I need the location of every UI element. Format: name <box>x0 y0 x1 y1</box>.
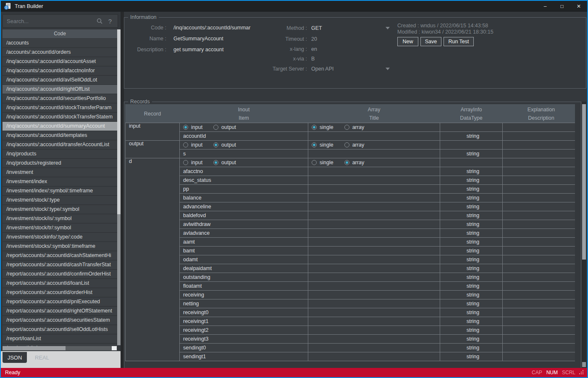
description-cell[interactable] <box>503 291 575 299</box>
list-item[interactable]: /investment/stocks/:symbol/:timeframe <box>3 242 117 251</box>
item-name-cell[interactable]: bamt <box>180 247 308 255</box>
radio-array-single[interactable] <box>312 142 317 147</box>
item-name-cell[interactable]: afacctno <box>180 167 308 176</box>
list-item[interactable]: /inq/accounts/:accountId/summaryAccount <box>3 122 117 131</box>
list-item[interactable]: /inq/accounts/:accountId/stockTransferPa… <box>3 103 117 113</box>
datatype-cell[interactable]: string <box>440 308 503 317</box>
item-name-cell[interactable]: odamt <box>180 255 308 264</box>
scrollbar-thumb[interactable] <box>117 29 121 214</box>
title-cell[interactable] <box>308 255 440 264</box>
maximize-button[interactable]: □ <box>554 1 570 12</box>
resize-grip-icon[interactable] <box>580 370 584 375</box>
list-item[interactable]: /inq/accounts/:accountId/afacctnoInfor <box>3 66 117 76</box>
explanation-cell[interactable] <box>503 141 575 150</box>
datatype-cell[interactable]: string <box>440 247 503 255</box>
save-button[interactable]: Save <box>420 37 441 46</box>
description-cell[interactable] <box>503 185 575 194</box>
datatype-cell[interactable]: string <box>440 299 503 308</box>
title-cell[interactable] <box>308 282 440 291</box>
datatype-cell[interactable]: string <box>440 176 503 185</box>
code-value[interactable]: /inq/accounts/:accountId/summar <box>173 25 250 31</box>
title-cell[interactable] <box>308 185 440 194</box>
list-item[interactable]: /inq/accounts/:accountId/securitiesPortf… <box>3 94 117 103</box>
title-cell[interactable] <box>308 273 440 282</box>
item-name-cell[interactable]: dealpaidamt <box>180 264 308 273</box>
description-cell[interactable] <box>503 229 575 238</box>
list-item[interactable]: /investment <box>3 168 117 177</box>
list-item[interactable]: /investment/stock/is/:symbol <box>3 214 117 223</box>
item-name-cell[interactable]: outstanding <box>180 273 308 282</box>
title-cell[interactable] <box>308 211 440 220</box>
datatype-cell[interactable]: string <box>440 335 503 344</box>
title-cell[interactable] <box>308 238 440 247</box>
description-cell[interactable] <box>503 317 575 326</box>
radio-array-single[interactable] <box>312 160 317 165</box>
item-name-cell[interactable]: sendingt1 <box>180 352 308 361</box>
description-cell[interactable] <box>503 132 575 141</box>
list-item[interactable]: /inq/accounts/:accountId/avlSellOddLot <box>3 76 117 85</box>
method-dropdown-icon[interactable] <box>386 27 390 29</box>
search-icon[interactable] <box>97 18 102 24</box>
close-button[interactable]: ✕ <box>570 1 587 12</box>
item-name-cell[interactable]: floatamt <box>180 282 308 291</box>
list-item[interactable]: /report/loanList <box>3 334 117 344</box>
description-cell[interactable] <box>503 299 575 308</box>
radio-array-array[interactable] <box>344 142 349 147</box>
radio-inout-input[interactable] <box>183 125 188 130</box>
radio-inout-output[interactable] <box>213 142 218 147</box>
description-cell[interactable] <box>503 335 575 344</box>
method-value[interactable]: GET <box>311 25 322 31</box>
title-cell[interactable] <box>308 299 440 308</box>
item-name-cell[interactable]: sendingt0 <box>180 344 308 352</box>
datatype-cell[interactable]: string <box>440 211 503 220</box>
list-item[interactable]: /investment/stock/tr/:symbol <box>3 223 117 233</box>
arrayinfo-cell[interactable] <box>440 123 503 132</box>
description-cell[interactable] <box>503 220 575 229</box>
datatype-cell[interactable]: string <box>440 352 503 361</box>
item-name-cell[interactable]: avladvance <box>180 229 308 238</box>
list-item[interactable]: /inq/accounts/:accountId/transferAccount… <box>3 140 117 150</box>
datatype-cell[interactable]: string <box>440 194 503 202</box>
item-name-cell[interactable]: balance <box>180 194 308 202</box>
name-value[interactable]: GetSummaryAccount <box>173 36 223 42</box>
title-cell[interactable] <box>308 132 440 141</box>
timeout-value[interactable]: 20 <box>311 36 317 42</box>
explanation-cell[interactable] <box>503 158 575 167</box>
scrollbar-thumb[interactable] <box>582 104 586 260</box>
datatype-cell[interactable]: string <box>440 317 503 326</box>
sidebar-vertical-scrollbar[interactable] <box>117 29 121 345</box>
item-name-cell[interactable]: netting <box>180 299 308 308</box>
target-server-value[interactable]: Open API <box>311 66 334 72</box>
description-cell[interactable] <box>503 282 575 291</box>
title-cell[interactable] <box>308 308 440 317</box>
title-cell[interactable] <box>308 176 440 185</box>
tab-real[interactable]: REAL <box>29 352 55 363</box>
list-item[interactable]: /report/accounts/:accountId/orderHist <box>3 288 117 297</box>
title-cell[interactable] <box>308 220 440 229</box>
item-name-cell[interactable]: accountId <box>180 132 308 141</box>
radio-array-single[interactable] <box>312 125 317 130</box>
radio-inout-input[interactable] <box>183 160 188 165</box>
list-item[interactable]: /report/accounts/:accountId/pnlExecuted <box>3 297 117 307</box>
list-item[interactable]: /investment/index <box>3 177 117 186</box>
radio-array-array[interactable] <box>344 160 349 165</box>
list-item[interactable]: /inq/products/registered <box>3 159 117 168</box>
records-vertical-scrollbar[interactable] <box>582 102 586 368</box>
item-name-cell[interactable]: baldefovd <box>180 211 308 220</box>
title-cell[interactable] <box>308 202 440 211</box>
panel-splitter[interactable] <box>121 12 124 368</box>
list-item[interactable]: /investment/stockinfo/:type/:code <box>3 233 117 242</box>
description-cell[interactable] <box>503 238 575 247</box>
datatype-cell[interactable]: string <box>440 132 503 141</box>
list-item[interactable]: /inq/accounts/:accountId/rightOffList <box>3 85 117 94</box>
x-via-value[interactable]: B <box>311 56 315 62</box>
description-cell[interactable] <box>503 273 575 282</box>
title-cell[interactable] <box>308 326 440 335</box>
list-item[interactable]: /report/accounts/:accountId/confirmOrder… <box>3 270 117 279</box>
tab-json[interactable]: JSON <box>3 352 27 363</box>
title-cell[interactable] <box>308 344 440 352</box>
datatype-cell[interactable]: string <box>440 344 503 352</box>
datatype-cell[interactable]: string <box>440 255 503 264</box>
datatype-cell[interactable]: string <box>440 167 503 176</box>
description-cell[interactable] <box>503 211 575 220</box>
